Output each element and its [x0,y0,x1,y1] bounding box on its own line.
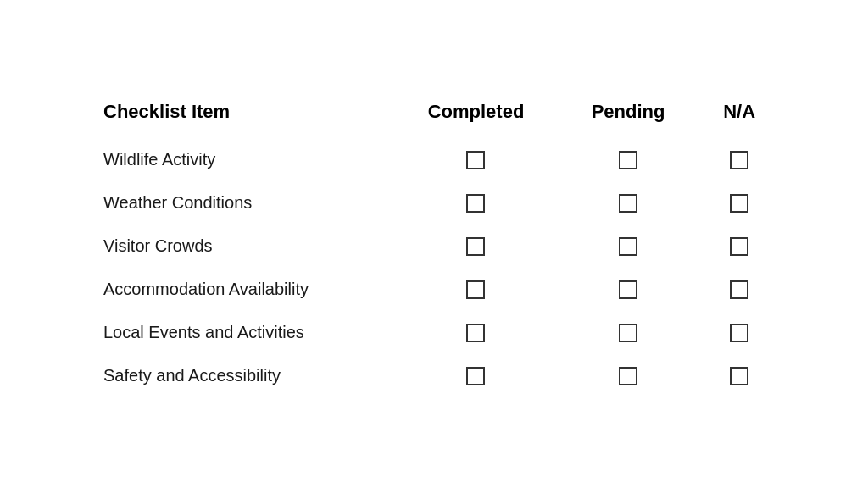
checkbox-na-row4[interactable] [697,311,782,354]
checkbox-pending-row2[interactable] [559,225,697,268]
checkbox-na-row5[interactable] [697,354,782,397]
checkbox-icon-na-row3[interactable] [730,280,748,299]
checklist-item-label: Safety and Accessibility [86,354,392,397]
checkbox-icon-completed-row4[interactable] [466,324,485,342]
checkbox-pending-row5[interactable] [559,354,697,397]
checkbox-completed-row0[interactable] [392,138,559,181]
checkbox-pending-row3[interactable] [559,268,697,311]
checkbox-completed-row2[interactable] [392,225,559,268]
table-row: Accommodation Availability [86,268,782,311]
checklist-item-label: Wildlife Activity [86,138,392,181]
checkbox-pending-row4[interactable] [559,311,697,354]
checklist-item-label: Weather Conditions [86,181,392,225]
table-row: Local Events and Activities [86,311,782,354]
checkbox-icon-completed-row1[interactable] [466,194,485,213]
checkbox-icon-na-row2[interactable] [730,237,748,256]
checkbox-completed-row4[interactable] [392,311,559,354]
checkbox-pending-row0[interactable] [559,138,697,181]
checklist-item-label: Accommodation Availability [86,268,392,311]
checkbox-icon-na-row5[interactable] [730,367,748,385]
checkbox-completed-row1[interactable] [392,181,559,225]
checkbox-na-row2[interactable] [697,225,782,268]
checkbox-icon-na-row0[interactable] [730,151,748,169]
table-row: Weather Conditions [86,181,782,225]
checkbox-pending-row1[interactable] [559,181,697,225]
checkbox-icon-na-row1[interactable] [730,194,748,213]
checkbox-completed-row3[interactable] [392,268,559,311]
checklist-item-label: Local Events and Activities [86,311,392,354]
checkbox-icon-completed-row2[interactable] [466,237,485,256]
checkbox-na-row1[interactable] [697,181,782,225]
table-row: Visitor Crowds [86,225,782,268]
checkbox-na-row0[interactable] [697,138,782,181]
checkbox-icon-pending-row5[interactable] [619,367,637,385]
table-row: Wildlife Activity [86,138,782,181]
checklist-item-label: Visitor Crowds [86,225,392,268]
header-item: Checklist Item [86,91,392,138]
checklist-table: Checklist Item Completed Pending N/A Wil… [86,91,782,397]
checkbox-icon-pending-row1[interactable] [619,194,637,213]
checkbox-icon-pending-row0[interactable] [619,151,637,169]
checkbox-completed-row5[interactable] [392,354,559,397]
checkbox-na-row3[interactable] [697,268,782,311]
checkbox-icon-pending-row4[interactable] [619,324,637,342]
header-pending: Pending [559,91,697,138]
header-na: N/A [697,91,782,138]
checkbox-icon-completed-row0[interactable] [466,151,485,169]
header-completed: Completed [392,91,559,138]
checkbox-icon-na-row4[interactable] [730,324,748,342]
checkbox-icon-pending-row3[interactable] [619,280,637,299]
checkbox-icon-pending-row2[interactable] [619,237,637,256]
checkbox-icon-completed-row5[interactable] [466,367,485,385]
checkbox-icon-completed-row3[interactable] [466,280,485,299]
table-row: Safety and Accessibility [86,354,782,397]
checklist-container: Checklist Item Completed Pending N/A Wil… [53,74,815,414]
